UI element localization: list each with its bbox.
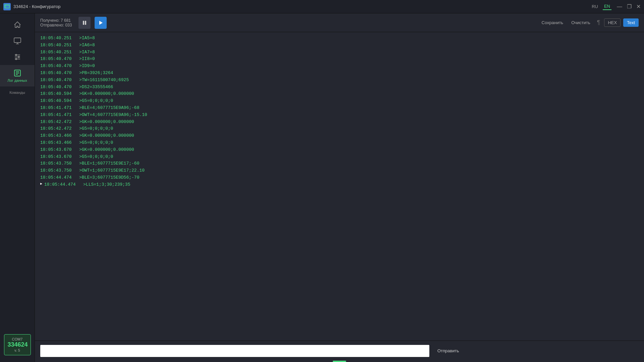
log-entry: 18:05:40.470>ID9=0 xyxy=(40,63,639,70)
log-entry: 18:05:40.251>IA7=8 xyxy=(40,49,639,56)
title-bar-right: RU EN — ❐ ✕ xyxy=(590,3,641,10)
window-controls: — ❐ ✕ xyxy=(617,4,641,9)
log-time: 18:05:40.470 xyxy=(40,77,74,84)
log-time: 18:05:43.466 xyxy=(40,139,74,146)
log-data: >GK=0.000000;0.000000 xyxy=(79,132,134,139)
log-data: >G5=0;0;0;0;0 xyxy=(79,154,113,161)
device-info-box: COM7 334624 v. 5 xyxy=(4,334,31,355)
log-entry: 18:05:40.470>DS2=33555466 xyxy=(40,84,639,91)
log-data: >LLS=1;3;30;239;35 xyxy=(83,181,130,188)
log-time: 18:05:43.466 xyxy=(40,132,74,139)
log-data: >GK=0.000000;0.000000 xyxy=(79,119,134,126)
toolbar: Получено: 7 681 Отправлено: 033 xyxy=(35,13,644,32)
command-input[interactable] xyxy=(40,345,429,357)
sidebar-log-label: Лог данных xyxy=(7,78,27,82)
log-area[interactable]: 18:05:40.251>IA5=818:05:40.251>IA6=818:0… xyxy=(35,32,644,341)
log-entry: 18:05:40.470>II8=0 xyxy=(40,56,639,63)
sent-stat: Отправлено: 033 xyxy=(40,23,72,27)
log-entry: 18:05:41.471>OWT=4;6077715E9A96;-15.10 xyxy=(40,112,639,119)
log-data: >BLE=3;6077715E9D56;-70 xyxy=(79,174,139,181)
title-bar: 334624 - Конфигуратор RU EN — ❐ ✕ xyxy=(0,0,644,13)
log-data: >BLE=4;6077715E9A96;-68 xyxy=(79,105,139,112)
log-entry: 18:05:40.470>PB=3926;3264 xyxy=(40,70,639,77)
maximize-btn[interactable]: ❐ xyxy=(627,4,632,9)
pause-button[interactable] xyxy=(78,17,91,29)
log-time: 18:05:43.670 xyxy=(40,154,74,161)
sidebar-item-log[interactable]: Лог данных xyxy=(0,65,35,86)
log-time: 18:05:40.470 xyxy=(40,56,74,63)
bottom-bar xyxy=(35,361,644,362)
log-entry: 18:05:43.750>BLE=1;6077715E9E17;-60 xyxy=(40,160,639,167)
log-data: >GK=0.000000;0.000000 xyxy=(79,146,134,154)
log-time: 18:05:43.670 xyxy=(40,146,74,154)
log-entry: 18:05:44.474>BLE=3;6077715E9D56;-70 xyxy=(40,174,639,181)
svg-rect-0 xyxy=(5,5,9,8)
log-entry: 18:05:40.470>TW=1611500740;6925 xyxy=(40,77,639,84)
log-time: 18:05:42.472 xyxy=(40,119,74,126)
log-data: >II8=0 xyxy=(79,56,95,63)
log-entry: 18:05:43.466>GK=0.000000;0.000000 xyxy=(40,132,639,139)
minimize-btn[interactable]: — xyxy=(617,4,622,9)
paragraph-icon: ¶ xyxy=(596,19,602,26)
device-port: COM7 xyxy=(8,337,27,341)
svg-rect-17 xyxy=(85,21,86,25)
main-container: Лог данных Команды COM7 334624 v. 5 Полу… xyxy=(0,13,644,362)
log-time: 18:05:40.470 xyxy=(40,70,74,77)
log-entry: 18:05:40.594>GK=0.000000;0.000000 xyxy=(40,90,639,98)
svg-point-9 xyxy=(15,54,17,56)
svg-marker-18 xyxy=(99,21,103,25)
sidebar-item-commands[interactable]: Команды xyxy=(0,86,35,99)
log-entry: 18:05:41.471>BLE=4;6077715E9A96;-68 xyxy=(40,105,639,112)
log-time: 18:05:43.750 xyxy=(40,167,74,174)
received-stat: Получено: 7 681 xyxy=(40,18,72,23)
log-time: 18:05:44.474 xyxy=(40,174,74,181)
log-entry: 18:05:40.594>G5=0;0;0;0;0 xyxy=(40,98,639,105)
log-time: 18:05:40.594 xyxy=(40,98,74,105)
log-data: >OWT=1;6077715E9E17;22.10 xyxy=(79,167,145,174)
input-area: Отправить xyxy=(35,341,644,361)
sidebar-item-monitor[interactable] xyxy=(0,33,35,49)
log-entry: 18:05:42.472>GK=0.000000;0.000000 xyxy=(40,119,639,126)
log-entry: 18:05:43.750>OWT=1;6077715E9E17;22.10 xyxy=(40,167,639,174)
log-data: >IA7=8 xyxy=(79,49,95,56)
log-data: >DS2=33555466 xyxy=(79,84,113,91)
sidebar-item-settings[interactable] xyxy=(0,49,35,65)
device-id: 334624 xyxy=(8,341,27,348)
log-time: 18:05:40.470 xyxy=(40,63,74,70)
sidebar-item-home[interactable] xyxy=(0,17,35,33)
send-button[interactable]: Отправить xyxy=(433,346,463,355)
content-area: Получено: 7 681 Отправлено: 033 xyxy=(35,13,644,362)
log-data: >ID9=0 xyxy=(79,63,95,70)
log-time: 18:05:40.251 xyxy=(40,49,74,56)
log-data: >BLE=1;6077715E9E17;-60 xyxy=(79,160,139,167)
log-entry: 18:05:42.472>G5=0;0;0;0;0 xyxy=(40,125,639,132)
clear-button[interactable]: Очистить xyxy=(569,19,593,26)
play-button[interactable] xyxy=(95,17,107,29)
stats-block: Получено: 7 681 Отправлено: 033 xyxy=(40,18,72,27)
svg-point-11 xyxy=(15,58,17,60)
text-mode-button[interactable]: Text xyxy=(623,18,639,27)
title-bar-left: 334624 - Конфигуратор xyxy=(3,3,60,10)
log-data: >G5=0;0;0;0;0 xyxy=(79,125,113,132)
lang-ru-btn[interactable]: RU xyxy=(590,3,599,10)
log-data: >IA5=8 xyxy=(79,35,95,42)
toolbar-right: Сохранить Очистить ¶ HEX Text xyxy=(539,18,639,27)
close-btn[interactable]: ✕ xyxy=(636,4,641,9)
log-data: >OWT=4;6077715E9A96;-15.10 xyxy=(79,112,147,119)
svg-point-10 xyxy=(18,56,19,58)
log-entry: 18:05:43.466>G5=0;0;0;0;0 xyxy=(40,139,639,146)
save-button[interactable]: Сохранить xyxy=(539,19,566,26)
log-time: 18:05:44.474 xyxy=(44,181,78,188)
window-title: 334624 - Конфигуратор xyxy=(13,4,60,9)
log-data: >G5=0;0;0;0;0 xyxy=(79,139,113,146)
log-time: 18:05:41.471 xyxy=(40,105,74,112)
sidebar: Лог данных Команды COM7 334624 v. 5 xyxy=(0,13,35,362)
log-data: >G5=0;0;0;0;0 xyxy=(79,98,113,105)
sidebar-commands-label: Команды xyxy=(9,90,25,95)
log-entry: ▶18:05:44.474>LLS=1;3;30;239;35 xyxy=(40,181,639,188)
hex-mode-button[interactable]: HEX xyxy=(604,18,621,27)
svg-rect-3 xyxy=(14,38,21,43)
lang-en-btn[interactable]: EN xyxy=(603,3,611,10)
app-icon xyxy=(3,3,11,10)
log-data: >TW=1611500740;6925 xyxy=(79,77,129,84)
